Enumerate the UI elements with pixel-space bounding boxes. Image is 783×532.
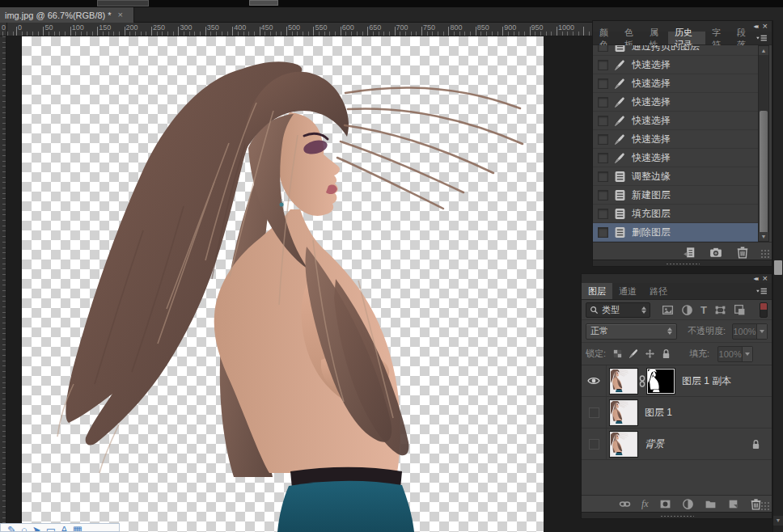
history-source-checkbox[interactable]	[598, 116, 608, 126]
new-group-icon[interactable]	[705, 498, 717, 510]
history-source-checkbox[interactable]	[598, 227, 608, 238]
smart-object-filter-icon[interactable]	[734, 304, 746, 316]
history-source-checkbox[interactable]	[598, 153, 608, 163]
tab-paragraph[interactable]: 段落	[730, 32, 755, 44]
history-source-checkbox[interactable]	[598, 190, 608, 201]
tab-properties[interactable]: 属性	[643, 32, 668, 44]
fill-field[interactable]: 100%	[717, 346, 753, 362]
new-snapshot-icon[interactable]	[709, 246, 722, 259]
collapse-panel-icon[interactable]: ◂◂	[754, 276, 757, 282]
close-panel-icon[interactable]: ×	[763, 274, 768, 283]
scroll-down-icon[interactable]: ▼	[773, 516, 783, 526]
layer-name[interactable]: 图层 1 副本	[682, 374, 731, 388]
history-state-row[interactable]: 快速选择	[593, 74, 760, 93]
layer-style-icon[interactable]: fx	[641, 498, 649, 510]
type-layer-filter-icon[interactable]: T	[700, 304, 707, 316]
layer-row-layer1[interactable]: 图层 1	[582, 397, 772, 429]
history-state-row[interactable]: 快速选择	[593, 112, 760, 130]
layer-thumbnail[interactable]	[610, 369, 637, 394]
filtering-toggle-switch[interactable]	[760, 302, 768, 318]
layer-name[interactable]: 背景	[645, 437, 664, 451]
history-source-checkbox[interactable]	[598, 134, 608, 145]
pen-icon[interactable]: ✎	[7, 525, 16, 532]
tab-layers[interactable]: 图层	[582, 283, 612, 299]
new-layer-icon[interactable]	[727, 498, 739, 510]
visibility-cell[interactable]	[582, 365, 607, 396]
adjustment-layer-filter-icon[interactable]	[681, 304, 693, 316]
rectangle-icon[interactable]: ▭	[46, 525, 56, 532]
visibility-cell[interactable]	[582, 397, 607, 428]
document-tab[interactable]: img.jpg @ 66.7%(RGB/8) * ×	[0, 7, 134, 23]
mask-link-icon[interactable]	[638, 375, 646, 387]
history-source-checkbox[interactable]	[598, 171, 608, 182]
lock-paint-icon[interactable]	[629, 348, 639, 359]
layer-row-layer1-copy[interactable]: 图层 1 副本	[582, 365, 772, 397]
scrollbar-thumb[interactable]	[760, 111, 768, 234]
history-scrollbar[interactable]: ▲ ▼	[758, 45, 769, 242]
shape-layer-filter-icon[interactable]	[714, 304, 726, 316]
text-icon[interactable]: A	[61, 525, 68, 532]
ellipse-icon[interactable]: ○	[21, 525, 28, 532]
screenshot-annotation-toolbar[interactable]: ✎ ○ ➤ ▭ A ▦	[0, 523, 120, 532]
link-layers-icon[interactable]	[619, 498, 631, 510]
history-state-row[interactable]: 填充图层	[593, 205, 760, 223]
collapse-panel-icon[interactable]: ◂◂	[754, 23, 757, 30]
history-state-row-selected[interactable]: 删除图层	[593, 223, 760, 242]
history-state-row[interactable]: 快速选择	[593, 56, 760, 74]
visibility-cell[interactable]	[582, 429, 607, 459]
arrow-icon[interactable]: ➤	[32, 525, 41, 532]
tab-channels[interactable]: 通道	[612, 283, 643, 299]
horizontal-ruler[interactable]: 0 05010015020025030035040045050055060065…	[0, 23, 592, 36]
panel-resize-grip[interactable]	[760, 249, 770, 259]
pixel-layer-filter-icon[interactable]	[662, 304, 674, 316]
layer-thumbnail[interactable]	[610, 432, 637, 457]
history-source-checkbox[interactable]	[598, 78, 608, 89]
panel-menu-icon[interactable]	[755, 283, 772, 299]
mosaic-icon[interactable]: ▦	[73, 525, 83, 532]
tab-swatches[interactable]: 色板	[618, 32, 643, 44]
blend-mode-dropdown[interactable]: 正常	[586, 323, 677, 340]
scroll-down-icon[interactable]: ▼	[759, 232, 768, 241]
history-state-row[interactable]: 通过拷贝的图层	[593, 45, 760, 56]
layer-name[interactable]: 图层 1	[645, 406, 672, 420]
right-edge-scrollbar[interactable]: ▼	[772, 20, 783, 532]
history-source-checkbox[interactable]	[598, 60, 608, 70]
history-state-row[interactable]: 快速选择	[593, 149, 760, 167]
history-source-checkbox[interactable]	[598, 45, 608, 52]
lock-transparency-icon[interactable]	[612, 348, 623, 359]
tab-color[interactable]: 颜色	[593, 32, 618, 44]
document-tab-close-icon[interactable]: ×	[118, 11, 123, 19]
fill-dropdown-icon[interactable]	[742, 347, 752, 361]
visibility-empty-well[interactable]	[589, 439, 599, 450]
scrollbar-thumb[interactable]	[774, 260, 782, 275]
lock-all-icon[interactable]	[661, 348, 671, 359]
layer-row-background[interactable]: 背景	[582, 429, 772, 460]
panel-resize-grip[interactable]	[760, 501, 770, 511]
panel-drag-edge[interactable]	[593, 260, 772, 266]
delete-icon[interactable]	[736, 246, 749, 259]
history-state-row[interactable]: 新建图层	[593, 186, 760, 205]
history-source-checkbox[interactable]	[598, 97, 608, 108]
eye-icon[interactable]	[587, 376, 600, 386]
scroll-up-icon[interactable]: ▲	[759, 46, 768, 55]
layer-mask-thumbnail[interactable]	[647, 369, 675, 394]
new-adjustment-layer-icon[interactable]	[682, 498, 694, 510]
history-state-row[interactable]: 快速选择	[593, 93, 760, 112]
layer-thumbnail[interactable]	[610, 400, 637, 425]
opacity-field[interactable]: 100%	[732, 323, 768, 340]
filter-kind-dropdown[interactable]: 类型	[586, 302, 650, 318]
close-panel-icon[interactable]: ×	[763, 22, 768, 31]
tab-character[interactable]: 字符	[705, 32, 730, 44]
opacity-dropdown-icon[interactable]	[756, 324, 767, 339]
vertical-ruler[interactable]	[0, 36, 6, 532]
panel-menu-icon[interactable]	[755, 32, 772, 44]
document-image-woman[interactable]	[22, 36, 544, 532]
visibility-empty-well[interactable]	[589, 407, 599, 418]
add-layer-mask-icon[interactable]	[659, 498, 671, 510]
new-document-from-state-icon[interactable]	[683, 246, 696, 259]
history-source-checkbox[interactable]	[598, 209, 608, 219]
canvas-transparent-checkerboard[interactable]	[22, 36, 544, 532]
history-state-row[interactable]: 调整边缘	[593, 167, 760, 186]
tab-history[interactable]: 历史记录	[668, 32, 705, 44]
panel-drag-edge[interactable]	[582, 512, 772, 518]
